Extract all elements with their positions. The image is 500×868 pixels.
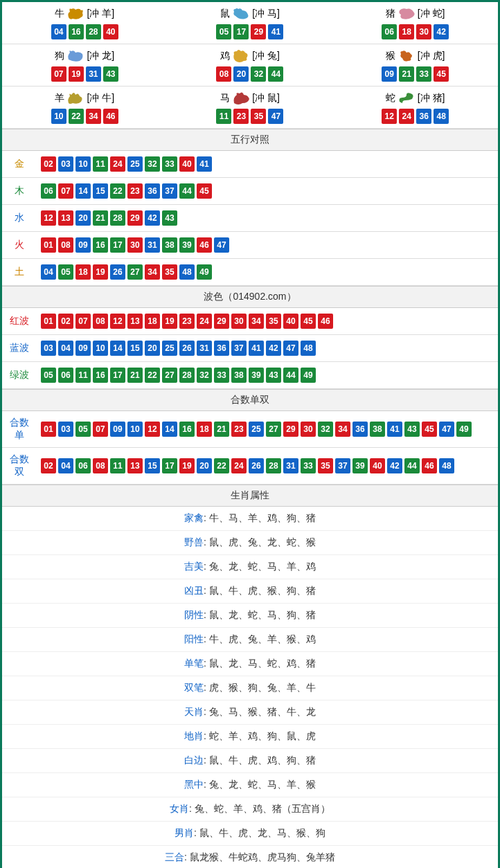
zodiac-name: 鸡: [220, 50, 230, 62]
number-ball: 16: [93, 237, 108, 253]
zodiac-chong: [冲 虎]: [418, 50, 445, 62]
number-ball: 22: [69, 109, 84, 124]
number-ball: 18: [75, 264, 91, 280]
number-ball: 28: [110, 210, 125, 226]
attr-value: 鼠、虎、兔、龙、蛇、猴: [209, 536, 316, 548]
number-ball: 22: [110, 183, 125, 199]
number-ball: 05: [58, 264, 73, 280]
ox-icon: [66, 6, 85, 21]
number-ball: 09: [75, 237, 91, 253]
pig-icon: [397, 6, 416, 21]
shuxing-list: 家禽: 牛、马、羊、鸡、狗、猪野兽: 鼠、虎、兔、龙、蛇、猴吉美: 兔、龙、蛇、…: [2, 507, 498, 868]
number-ball: 33: [416, 66, 431, 82]
attr-row: 女肖: 兔、蛇、羊、鸡、猪（五宫肖）: [2, 797, 498, 822]
monkey-icon: [397, 48, 416, 64]
number-ball: 32: [197, 368, 212, 383]
number-ball: 40: [370, 458, 385, 473]
number-ball: 27: [127, 264, 143, 280]
number-ball: 43: [103, 66, 118, 82]
zodiac-cell: 猪[冲 蛇]06183042: [332, 2, 498, 44]
number-ball: 33: [301, 458, 316, 473]
attr-label: 单笔: [184, 658, 204, 669]
number-ball: 35: [318, 458, 333, 473]
number-ball: 29: [283, 422, 298, 437]
number-ball: 09: [110, 422, 125, 437]
number-ball: 40: [103, 24, 118, 39]
number-ball: 04: [51, 24, 66, 39]
zodiac-cell: 羊[冲 牛]10223446: [2, 87, 168, 129]
zodiac-chong: [冲 鼠]: [252, 92, 280, 105]
number-ball: 12: [145, 422, 160, 437]
attr-label: 双笔: [184, 682, 204, 693]
zodiac-cell: 马[冲 鼠]11233547: [168, 87, 333, 129]
number-ball: 02: [41, 458, 56, 473]
row-label: 木: [2, 178, 37, 205]
number-ball: 07: [75, 314, 91, 329]
number-ball: 05: [75, 422, 91, 437]
zodiac-chong: [冲 马]: [252, 8, 280, 20]
attr-value: 牛、马、羊、鸡、狗、猪: [209, 512, 316, 523]
snake-icon: [397, 91, 416, 106]
attr-row: 单笔: 鼠、龙、马、蛇、鸡、猪: [2, 652, 498, 676]
number-ball: 38: [370, 422, 385, 437]
number-ball: 26: [179, 341, 195, 356]
number-ball: 23: [231, 422, 247, 437]
zodiac-name: 鼠: [220, 8, 230, 20]
zodiac-name: 牛: [55, 8, 64, 20]
number-ball: 15: [145, 458, 160, 473]
heshu-header: 合数单双: [2, 389, 498, 411]
attr-value: 鼠、牛、虎、猴、狗、猪: [209, 585, 316, 596]
number-ball: 32: [145, 156, 160, 172]
wuxing-header: 五行对照: [2, 129, 498, 151]
number-ball: 42: [434, 24, 449, 39]
number-ball: 06: [58, 368, 73, 383]
zodiac-name: 猪: [386, 8, 395, 20]
number-ball: 10: [127, 422, 143, 437]
number-ball: 20: [197, 458, 212, 473]
number-ball: 49: [197, 264, 212, 280]
number-ball: 14: [162, 422, 177, 437]
attr-value: 鼠、龙、蛇、马、狗、猪: [209, 609, 316, 620]
row-balls: 0102070812131819232429303435404546: [37, 308, 498, 335]
number-ball: 09: [75, 341, 91, 356]
number-ball: 49: [301, 368, 316, 383]
bose-table: 红波0102070812131819232429303435404546蓝波03…: [2, 308, 498, 389]
number-ball: 18: [197, 422, 212, 437]
zodiac-name: 马: [220, 92, 230, 105]
number-ball: 10: [93, 341, 108, 356]
number-ball: 47: [268, 109, 283, 124]
number-ball: 07: [51, 66, 66, 82]
number-ball: 11: [110, 458, 125, 473]
rat-icon: [231, 6, 251, 21]
number-ball: 29: [127, 210, 143, 226]
number-ball: 21: [93, 210, 108, 226]
number-ball: 20: [75, 210, 91, 226]
attr-label: 三合: [165, 851, 184, 862]
number-ball: 22: [145, 368, 160, 383]
attr-row: 地肖: 蛇、羊、鸡、狗、鼠、虎: [2, 725, 498, 749]
attr-value: 鼠、龙、马、蛇、鸡、猪: [209, 658, 316, 669]
number-ball: 19: [162, 314, 177, 329]
attr-label: 家禽: [184, 512, 204, 523]
number-ball: 27: [162, 368, 177, 383]
number-ball: 09: [382, 66, 397, 82]
number-ball: 19: [179, 458, 195, 473]
number-ball: 48: [434, 109, 449, 124]
number-ball: 12: [382, 109, 397, 124]
number-ball: 44: [404, 458, 420, 473]
number-ball: 33: [214, 368, 229, 383]
number-ball: 14: [75, 183, 91, 199]
attr-row: 凶丑: 鼠、牛、虎、猴、狗、猪: [2, 579, 498, 604]
attr-row: 阴性: 鼠、龙、蛇、马、狗、猪: [2, 604, 498, 628]
number-ball: 48: [179, 264, 195, 280]
row-balls: 06071415222336374445: [37, 178, 498, 205]
number-ball: 48: [301, 341, 316, 356]
number-ball: 21: [127, 368, 143, 383]
zodiac-name: 羊: [55, 92, 64, 105]
number-ball: 06: [382, 24, 397, 39]
attr-label: 野兽: [184, 536, 204, 548]
number-ball: 35: [251, 109, 266, 124]
row-label: 红波: [2, 308, 37, 335]
attr-row: 家禽: 牛、马、羊、鸡、狗、猪: [2, 507, 498, 531]
number-ball: 35: [162, 264, 177, 280]
